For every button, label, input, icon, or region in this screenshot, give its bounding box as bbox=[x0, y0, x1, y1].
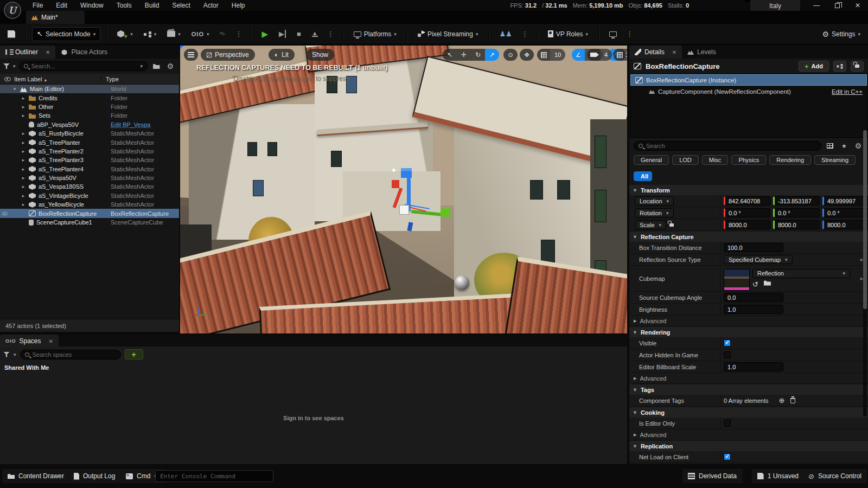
expander-icon[interactable] bbox=[21, 131, 26, 136]
viewport-lit-dropdown[interactable]: ◐ Lit bbox=[269, 49, 295, 61]
advanced-expander[interactable]: ▸Advanced bbox=[629, 316, 868, 326]
pixel-streaming-dropdown[interactable]: Pixel Streaming▾ bbox=[413, 27, 483, 41]
section-reflection-capture[interactable]: ▼Reflection Capture bbox=[629, 232, 868, 242]
cubemap-asset-dropdown[interactable]: Reflection▾ bbox=[752, 269, 850, 278]
close-icon[interactable]: ✕ bbox=[672, 49, 676, 55]
console-command-input[interactable] bbox=[155, 470, 273, 482]
spaces-search-input[interactable] bbox=[20, 350, 121, 359]
section-transform[interactable]: ▼Transform bbox=[629, 185, 868, 195]
menu-item[interactable]: Tools bbox=[111, 1, 137, 10]
outliner-row[interactable]: aS_RustyBicycle StaticMeshActor bbox=[0, 129, 179, 138]
add-actor-dropdown[interactable]: +▾ bbox=[113, 27, 137, 41]
session-dropdown[interactable]: ΟΙΟ▾ bbox=[187, 27, 214, 41]
outliner-row[interactable]: aBP_Vespa50V Edit BP_Vespa bbox=[0, 120, 179, 129]
camera-speed-value[interactable]: 4 bbox=[600, 49, 612, 61]
outliner-row[interactable]: aS_TreePlanter3 StaticMeshActor bbox=[0, 156, 179, 164]
outliner-row[interactable]: Main (Editor) World bbox=[0, 85, 179, 93]
source-type-dropdown[interactable]: Specified Cubemap▾ bbox=[724, 255, 793, 264]
hidden-in-game-checkbox[interactable] bbox=[724, 351, 731, 358]
maximize-viewport-button[interactable] bbox=[613, 49, 626, 61]
scale-dropdown[interactable]: Scale▾ bbox=[635, 220, 666, 229]
unsaved-button[interactable]: 1 Unsaved bbox=[752, 469, 804, 483]
visibility-column-icon[interactable] bbox=[4, 76, 11, 82]
outliner-row[interactable]: aS_TreePlanter4 StaticMeshActor bbox=[0, 165, 179, 174]
menu-item[interactable]: Build bbox=[139, 1, 165, 10]
play-button[interactable]: ▶ bbox=[257, 27, 272, 41]
outliner-row[interactable]: aS_TreePlanter2 StaticMeshActor bbox=[0, 147, 179, 156]
details-search-input[interactable] bbox=[634, 141, 821, 151]
advanced-expander[interactable]: ▸Advanced bbox=[629, 373, 868, 384]
derived-data-button[interactable]: Derived Data bbox=[682, 469, 742, 483]
gizmo-x-handle[interactable] bbox=[392, 180, 399, 188]
component-row-capture[interactable]: CaptureComponent (NewReflectionComponent… bbox=[630, 86, 867, 97]
viewport-show-dropdown[interactable]: Show bbox=[306, 49, 334, 61]
category-chip[interactable]: Rendering bbox=[769, 155, 811, 165]
category-chip[interactable]: Physics bbox=[731, 155, 766, 165]
expander-icon[interactable] bbox=[12, 86, 17, 92]
billboard-scale-field[interactable]: 1.0 bbox=[724, 362, 783, 371]
create-folder-button[interactable] bbox=[151, 61, 162, 72]
grid-snap-value[interactable]: 10 bbox=[550, 49, 565, 61]
stage-monitor-menu[interactable]: ⋮ bbox=[623, 30, 636, 38]
outliner-settings-button[interactable]: ⚙ bbox=[165, 61, 176, 72]
stage-monitor-button[interactable] bbox=[605, 27, 621, 41]
gizmo-y-handle[interactable] bbox=[441, 208, 450, 217]
expander-icon[interactable] bbox=[21, 175, 26, 181]
tab-spaces[interactable]: ΟΙΟ Spaces ✕ bbox=[0, 335, 59, 348]
world-space-toggle[interactable]: ⊙ bbox=[503, 49, 518, 61]
section-rendering[interactable]: ▼Rendering bbox=[629, 327, 868, 337]
editor-only-checkbox[interactable] bbox=[724, 420, 731, 427]
outliner-search-field[interactable] bbox=[31, 63, 137, 69]
menu-item[interactable]: Edit bbox=[50, 1, 73, 10]
expander-icon[interactable] bbox=[21, 166, 26, 172]
box-transition-field[interactable]: 100.0 bbox=[724, 243, 783, 252]
expander-icon[interactable] bbox=[21, 95, 26, 101]
save-button[interactable] bbox=[3, 27, 20, 41]
surface-snap-button[interactable]: ✥ bbox=[520, 49, 534, 61]
section-tags[interactable]: ▼Tags bbox=[629, 384, 868, 395]
expander-icon[interactable] bbox=[21, 104, 26, 110]
expander-icon[interactable] bbox=[21, 149, 26, 154]
trash-icon[interactable] bbox=[790, 398, 795, 403]
move-tool-button[interactable]: ✛ bbox=[457, 49, 471, 61]
category-chip[interactable]: Misc bbox=[702, 155, 729, 165]
play-options-menu[interactable]: ⋮ bbox=[324, 30, 337, 38]
gizmo-uniform-handle[interactable] bbox=[399, 205, 409, 215]
level-tab-main[interactable]: Main* bbox=[26, 11, 85, 24]
category-chip[interactable]: LOD bbox=[672, 155, 699, 165]
rotation-x-field[interactable]: 0.0 ° bbox=[724, 208, 770, 217]
category-chip[interactable]: Streaming bbox=[814, 155, 856, 165]
expander-icon[interactable] bbox=[21, 193, 26, 198]
eject-button[interactable]: ▲ bbox=[308, 27, 322, 41]
scale-lock-icon[interactable] bbox=[669, 223, 674, 227]
menu-item[interactable]: Select bbox=[167, 1, 195, 10]
use-selected-asset-icon[interactable]: ↺ bbox=[752, 280, 758, 288]
filter-icon[interactable] bbox=[3, 352, 10, 357]
scale-tool-button[interactable]: ↗ bbox=[485, 49, 499, 61]
details-settings-button[interactable]: ⚙ bbox=[853, 140, 864, 151]
menu-item[interactable]: Help bbox=[226, 1, 251, 10]
window-minimize-button[interactable]: — bbox=[806, 0, 827, 11]
tab-place-actors[interactable]: Place Actors bbox=[55, 46, 113, 59]
select-tool-button[interactable]: ↖ bbox=[443, 49, 457, 61]
rotation-y-field[interactable]: 0.0 ° bbox=[773, 208, 820, 217]
location-y-field[interactable]: -313.853187 bbox=[773, 196, 820, 206]
tab-levels[interactable]: Levels bbox=[682, 46, 722, 59]
toolbar-overflow-menu[interactable]: ⋮ bbox=[232, 30, 245, 38]
advanced-expander[interactable]: ▸Advanced bbox=[629, 429, 868, 440]
source-control-button[interactable]: ⊘ Source Control bbox=[803, 469, 867, 483]
stop-button[interactable]: ■ bbox=[292, 27, 305, 41]
search-options-chevron[interactable]: ▾ bbox=[140, 63, 143, 69]
window-restore-button[interactable] bbox=[827, 0, 847, 11]
component-row-instance[interactable]: BoxReflectionCapture (Instance) bbox=[630, 74, 867, 86]
content-drawer-button[interactable]: Content Drawer bbox=[2, 469, 69, 483]
expander-icon[interactable] bbox=[21, 184, 26, 189]
viewport-perspective-dropdown[interactable]: Perspective bbox=[201, 49, 255, 61]
cinematics-dropdown[interactable]: ▾ bbox=[163, 27, 185, 41]
outliner-row[interactable]: as_YellowBicycle StaticMeshActor bbox=[0, 200, 179, 209]
skip-frame-button[interactable]: ▶ bbox=[275, 27, 290, 41]
lock-details-button[interactable] bbox=[851, 61, 864, 72]
scale-x-field[interactable]: 8000.0 bbox=[724, 220, 770, 229]
location-z-field[interactable]: 49.999997 bbox=[822, 196, 868, 206]
multi-user-menu[interactable]: ⋮ bbox=[519, 30, 531, 38]
